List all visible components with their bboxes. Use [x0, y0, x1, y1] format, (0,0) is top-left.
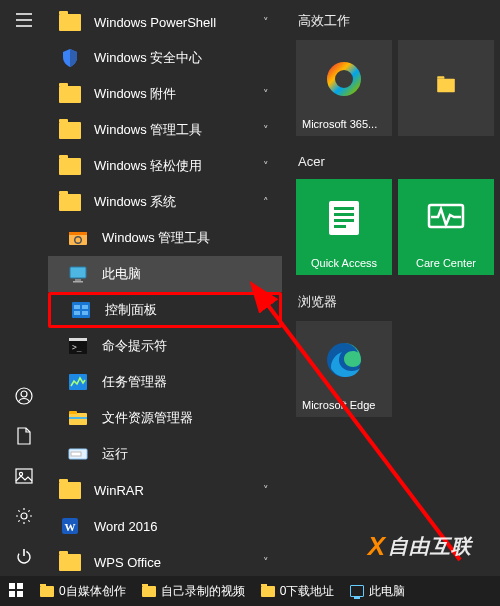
folder-icon: [40, 586, 54, 597]
start-button[interactable]: [0, 576, 32, 606]
taskbar-item-3[interactable]: 0下载地址: [253, 576, 343, 606]
cmd-icon: >_: [66, 334, 90, 358]
folder-icon: [58, 10, 82, 34]
svg-point-3: [19, 472, 22, 475]
app-label: 运行: [102, 445, 274, 463]
app-label: 控制面板: [105, 301, 271, 319]
settings-icon[interactable]: [0, 496, 48, 536]
folder-icon: [58, 190, 82, 214]
word-icon: W: [58, 514, 82, 538]
pictures-icon[interactable]: [0, 456, 48, 496]
edge-icon: [323, 321, 365, 399]
taskbar-item-4[interactable]: 此电脑: [342, 576, 413, 606]
folder-icon: [58, 154, 82, 178]
tile-folder-small[interactable]: [398, 40, 494, 136]
group-title[interactable]: Acer: [298, 154, 500, 169]
app-item-11[interactable]: 文件资源管理器: [48, 400, 282, 436]
svg-rect-11: [75, 279, 81, 281]
app-item-3[interactable]: Windows 管理工具˅: [48, 112, 282, 148]
chevron-down-icon: ˅: [258, 484, 274, 497]
app-item-10[interactable]: 任务管理器: [48, 364, 282, 400]
tile-label: Microsoft 365...: [296, 118, 392, 130]
tile-m365[interactable]: Microsoft 365...: [296, 40, 392, 136]
svg-point-4: [21, 513, 27, 519]
svg-rect-15: [82, 305, 88, 309]
svg-point-1: [21, 391, 27, 397]
tile-care-center[interactable]: Care Center: [398, 179, 494, 275]
app-label: Windows 系统: [94, 193, 258, 211]
svg-rect-31: [334, 207, 354, 210]
app-item-6[interactable]: Windows 管理工具: [48, 220, 282, 256]
svg-rect-17: [82, 311, 88, 315]
app-label: Windows PowerShell: [94, 15, 258, 30]
tile-quick-access[interactable]: Quick Access: [296, 179, 392, 275]
app-item-15[interactable]: WPS Office˅: [48, 544, 282, 576]
app-item-12[interactable]: 运行: [48, 436, 282, 472]
app-label: 任务管理器: [102, 373, 274, 391]
svg-rect-23: [69, 411, 77, 414]
explorer-icon: [66, 406, 90, 430]
tile-label: Care Center: [398, 257, 494, 269]
app-item-9[interactable]: >_命令提示符: [48, 328, 282, 364]
folder-icon: [261, 586, 275, 597]
svg-rect-12: [73, 281, 83, 283]
group-title[interactable]: 高效工作: [298, 12, 500, 30]
app-item-1[interactable]: Windows 安全中心: [48, 40, 282, 76]
user-icon[interactable]: [0, 376, 48, 416]
start-rail: [0, 0, 48, 576]
svg-rect-34: [334, 225, 346, 228]
svg-point-29: [331, 66, 357, 92]
app-label: Windows 附件: [94, 85, 258, 103]
svg-rect-10: [70, 267, 86, 278]
app-item-2[interactable]: Windows 附件˅: [48, 76, 282, 112]
app-item-8[interactable]: 控制面板: [48, 292, 282, 328]
care-center-icon: [423, 179, 469, 257]
power-icon[interactable]: [0, 536, 48, 576]
this-pc-icon: [66, 262, 90, 286]
app-item-14[interactable]: WWord 2016: [48, 508, 282, 544]
svg-rect-8: [69, 232, 87, 235]
svg-rect-26: [71, 452, 81, 456]
folder-icon: [58, 550, 82, 574]
quick-access-icon: [321, 179, 367, 257]
folder-icon: [58, 118, 82, 142]
app-label: Windows 管理工具: [94, 121, 258, 139]
svg-rect-16: [74, 311, 80, 315]
folder-small-icon: [435, 40, 457, 130]
taskbar-label: 自己录制的视频: [161, 583, 245, 600]
tile-edge[interactable]: Microsoft Edge: [296, 321, 392, 417]
tile-label: Microsoft Edge: [296, 399, 392, 411]
svg-rect-14: [74, 305, 80, 309]
svg-rect-39: [9, 591, 15, 597]
folder-icon: [58, 478, 82, 502]
svg-text:W: W: [65, 521, 76, 533]
app-label: Windows 安全中心: [94, 49, 274, 67]
app-item-0[interactable]: Windows PowerShell˅: [48, 4, 282, 40]
taskbar-item-2[interactable]: 自己录制的视频: [134, 576, 253, 606]
svg-rect-32: [334, 213, 354, 216]
taskbar-item-1[interactable]: 0自媒体创作: [32, 576, 134, 606]
taskbar-label: 0下载地址: [280, 583, 335, 600]
tiles-panel: 高效工作 Microsoft 365... Acer Quick AccessC…: [282, 0, 500, 576]
app-item-7[interactable]: 此电脑: [48, 256, 282, 292]
chevron-down-icon: ˅: [258, 16, 274, 29]
run-icon: [66, 442, 90, 466]
group-title[interactable]: 浏览器: [298, 293, 500, 311]
svg-rect-33: [334, 219, 354, 222]
app-label: 命令提示符: [102, 337, 274, 355]
hamburger-icon[interactable]: [0, 0, 48, 40]
svg-rect-30: [329, 201, 359, 235]
start-icon: [8, 582, 24, 601]
taskbar-label: 此电脑: [369, 583, 405, 600]
svg-rect-19: [69, 338, 87, 341]
svg-rect-37: [9, 583, 15, 589]
app-item-4[interactable]: Windows 轻松使用˅: [48, 148, 282, 184]
chevron-down-icon: ˅: [258, 160, 274, 173]
app-item-5[interactable]: Windows 系统˄: [48, 184, 282, 220]
pc-icon: [350, 585, 364, 597]
svg-rect-38: [17, 583, 23, 589]
app-item-13[interactable]: WinRAR˅: [48, 472, 282, 508]
chevron-down-icon: ˅: [258, 88, 274, 101]
documents-icon[interactable]: [0, 416, 48, 456]
app-list: Windows PowerShell˅Windows 安全中心Windows 附…: [48, 0, 282, 576]
